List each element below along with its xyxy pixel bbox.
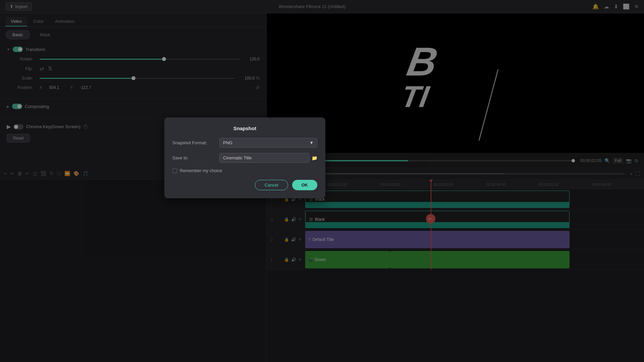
snapshot-save-label: Save to: <box>172 155 219 160</box>
dialog-overlay: Snapshot Snapshot Format: PNG ▼ Save to:… <box>0 0 644 362</box>
snapshot-remember-row: Remember my choice <box>172 168 317 173</box>
snapshot-save-value: Cinematic Title <box>223 155 252 160</box>
snapshot-format-value: PNG <box>223 140 232 145</box>
snapshot-remember-label: Remember my choice <box>180 168 222 173</box>
snapshot-format-row: Snapshot Format: PNG ▼ <box>172 138 317 148</box>
snapshot-format-label: Snapshot Format: <box>172 140 219 145</box>
snapshot-remember-checkbox[interactable] <box>172 168 177 173</box>
ok-button[interactable]: OK <box>292 180 318 190</box>
snapshot-dialog: Snapshot Snapshot Format: PNG ▼ Save to:… <box>164 117 325 198</box>
cancel-button[interactable]: Cancel <box>255 180 288 190</box>
snapshot-save-row: Save to: Cinematic Title 📁 <box>172 153 317 163</box>
snapshot-dialog-buttons: Cancel OK <box>172 180 317 190</box>
snapshot-format-select[interactable]: PNG ▼ <box>219 138 317 148</box>
snapshot-format-chevron: ▼ <box>309 140 314 145</box>
folder-icon[interactable]: 📁 <box>312 155 317 161</box>
snapshot-dialog-title: Snapshot <box>172 125 317 131</box>
snapshot-save-input[interactable]: Cinematic Title <box>219 153 310 163</box>
